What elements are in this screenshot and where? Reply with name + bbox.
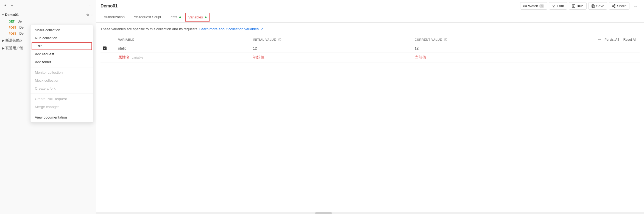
header-more-button[interactable]: ··· xyxy=(631,2,640,9)
tab-variables[interactable]: Variables xyxy=(185,13,210,22)
collection-more-button[interactable]: ··· xyxy=(91,13,94,17)
scrollbar-thumb[interactable] xyxy=(315,212,332,214)
share-icon xyxy=(612,4,616,8)
learn-more-link[interactable]: Learn more about collection variables. ↗ xyxy=(199,27,264,31)
svg-line-11 xyxy=(613,5,614,6)
row-variable-value[interactable]: static xyxy=(118,46,126,50)
sidebar-more-icon: ··· xyxy=(88,3,91,7)
header-actions: Watch 0 Fork Run Save Share ··· xyxy=(520,2,640,10)
filter-button[interactable]: ≡ xyxy=(10,2,14,9)
context-menu: Share collection Run collection Edit Add… xyxy=(30,25,93,123)
tab-variables-label: Variables xyxy=(188,15,203,19)
row-current-value[interactable]: 12 xyxy=(415,46,419,50)
horizontal-scrollbar[interactable] xyxy=(96,212,644,214)
page-title: Demo01 xyxy=(101,4,518,9)
placeholder-variable-hint: variable xyxy=(132,56,143,59)
save-icon xyxy=(591,4,595,8)
tab-pre-request-script[interactable]: Pre-request Script xyxy=(129,12,165,22)
group-chevron-icon: ▶ xyxy=(2,39,4,42)
fork-label: Fork xyxy=(557,4,564,8)
current-info-icon: ⓘ xyxy=(444,38,447,41)
tests-dot-indicator xyxy=(179,17,181,18)
share-button[interactable]: Share xyxy=(609,2,629,10)
plus-icon: + xyxy=(4,3,7,7)
row-initial-value[interactable]: 12 xyxy=(253,46,257,50)
svg-point-2 xyxy=(553,5,553,5)
play-icon xyxy=(572,4,576,8)
filter-icon: ≡ xyxy=(11,3,13,7)
collection-header[interactable]: ▾ Demo01 ☆ ··· xyxy=(0,11,96,18)
star-icon: ☆ xyxy=(86,13,90,17)
request-label: De xyxy=(19,26,24,29)
context-menu-share-collection[interactable]: Share collection xyxy=(30,26,93,34)
col-initial-header: INITIAL VALUE ⓘ xyxy=(251,35,412,44)
svg-line-10 xyxy=(613,6,614,7)
header-bar: Demo01 Watch 0 Fork Run Save Share xyxy=(96,0,644,12)
table-row: static 12 12 xyxy=(101,44,640,53)
request-label: De xyxy=(18,20,22,23)
tab-authorization[interactable]: Authorization xyxy=(101,12,128,22)
fork-button[interactable]: Fork xyxy=(549,2,567,10)
svg-point-9 xyxy=(614,7,615,8)
placeholder-current-label: 当前值 xyxy=(415,55,426,59)
persist-all-button[interactable]: Persist All xyxy=(603,37,620,42)
tab-pre-request-label: Pre-request Script xyxy=(132,15,161,19)
context-menu-view-documentation[interactable]: View documentation xyxy=(30,113,93,121)
watch-button[interactable]: Watch 0 xyxy=(520,2,547,10)
svg-marker-6 xyxy=(573,5,574,7)
method-get-badge: GET xyxy=(8,20,16,23)
run-button[interactable]: Run xyxy=(569,2,587,10)
group-chevron-icon: ▶ xyxy=(2,46,4,50)
variables-content: These variables are specific to this col… xyxy=(96,23,644,212)
context-menu-create-fork: Create a fork xyxy=(30,84,93,92)
context-menu-divider-2 xyxy=(30,94,93,94)
header-more-icon: ··· xyxy=(634,4,637,8)
add-button[interactable]: + xyxy=(3,2,8,9)
collection-more-icon: ··· xyxy=(91,13,94,17)
variables-dot-indicator xyxy=(205,17,207,18)
placeholder-initial-cell[interactable]: 初始值 xyxy=(251,53,412,62)
context-menu-add-folder[interactable]: Add folder xyxy=(30,58,93,66)
table-more-icon[interactable]: ··· xyxy=(598,38,601,42)
context-menu-add-request[interactable]: Add request xyxy=(30,50,93,58)
row-current-cell: 12 xyxy=(412,44,574,53)
svg-point-7 xyxy=(614,4,615,5)
save-button[interactable]: Save xyxy=(588,2,607,10)
context-menu-mock-collection: Mock collection xyxy=(30,76,93,84)
method-post-badge: POST xyxy=(8,26,17,29)
collection-name: Demo01 xyxy=(5,13,85,17)
row-checkbox-cell xyxy=(101,44,116,53)
sidebar-top-bar: + ≡ ··· xyxy=(0,0,96,11)
sidebar-item-get-de-1[interactable]: GET De xyxy=(0,18,96,24)
placeholder-initial-label: 初始值 xyxy=(253,55,264,59)
svg-point-3 xyxy=(554,5,555,5)
group-label: 断层智能b xyxy=(5,38,22,43)
tabs-bar: Authorization Pre-request Script Tests V… xyxy=(96,12,644,23)
context-menu-divider-1 xyxy=(30,67,93,67)
row-actions-cell xyxy=(574,44,640,53)
collection-chevron-icon: ▾ xyxy=(2,13,4,17)
placeholder-current-cell[interactable]: 当前值 xyxy=(412,53,574,62)
context-menu-merge-changes: Merge changes xyxy=(30,103,93,111)
description-main: These variables are specific to this col… xyxy=(101,27,198,31)
eye-icon xyxy=(523,4,527,8)
table-header: VARIABLE INITIAL VALUE ⓘ CURRENT VALUE ⓘ… xyxy=(101,35,640,44)
tab-authorization-label: Authorization xyxy=(104,15,125,19)
request-label: De xyxy=(19,32,24,35)
tab-tests[interactable]: Tests xyxy=(166,12,184,22)
group-label: 联通用户管 xyxy=(5,46,23,51)
col-current-header: CURRENT VALUE ⓘ xyxy=(412,35,574,44)
sidebar-more-button[interactable]: ··· xyxy=(87,2,93,9)
tab-tests-label: Tests xyxy=(169,15,177,19)
svg-point-8 xyxy=(612,6,614,7)
collection-star-button[interactable]: ☆ xyxy=(86,13,90,17)
reset-all-button[interactable]: Reset All xyxy=(622,37,637,42)
placeholder-variable-cell[interactable]: 属性名 variable xyxy=(116,53,251,62)
watch-count: 0 xyxy=(539,4,544,8)
row-checkbox[interactable] xyxy=(103,46,107,50)
fork-icon xyxy=(552,4,556,8)
context-menu-edit[interactable]: Edit xyxy=(32,42,92,50)
placeholder-row: 属性名 variable 初始值 当前值 xyxy=(101,53,640,62)
share-label: Share xyxy=(617,4,626,8)
context-menu-run-collection[interactable]: Run collection xyxy=(30,34,93,42)
